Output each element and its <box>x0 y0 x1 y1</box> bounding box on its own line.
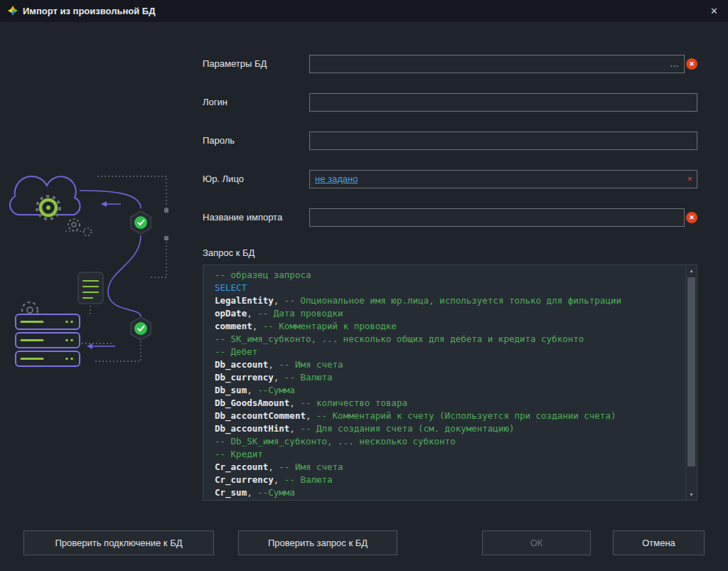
code-line: Db_accountComment, -- Комментарий к счет… <box>215 410 685 422</box>
code-line: -- Дебет <box>215 346 685 358</box>
legal-entity-label: Юр. Лицо <box>203 174 244 184</box>
import-name-field[interactable] <box>309 208 685 227</box>
query-label: Запрос к БД <box>203 247 255 258</box>
password-label: Пароль <box>203 135 235 146</box>
code-line: -- Кредит <box>215 448 685 461</box>
code-line: LegalEntity, -- Опциональное имя юр.лица… <box>215 294 685 307</box>
login-field[interactable] <box>309 93 697 112</box>
scroll-down-icon[interactable]: ▼ <box>686 489 697 500</box>
db-params-input[interactable] <box>310 55 684 73</box>
db-params-error-icon: ✕ <box>686 58 697 70</box>
password-input[interactable] <box>310 132 697 149</box>
code-line: Db_GoodsAmount, -- количество товара <box>215 397 685 410</box>
code-line: -- образец запроса <box>215 269 685 282</box>
code-line: Cr_account, -- Имя счета <box>215 461 685 474</box>
query-editor[interactable]: -- образец запросаSELECTLegalEntity, -- … <box>203 265 697 501</box>
code-line: Db_currency, -- Валюта <box>215 371 685 384</box>
check-query-button[interactable]: Проверить запрос к БД <box>238 530 397 555</box>
query-code[interactable]: -- образец запросаSELECTLegalEntity, -- … <box>203 265 685 499</box>
legal-entity-field[interactable]: не задано ✕ <box>309 170 697 188</box>
code-line: opDate, -- Дата проводки <box>215 307 685 320</box>
login-input[interactable] <box>310 94 697 111</box>
login-label: Логин <box>203 97 228 107</box>
db-params-label: Параметры БД <box>203 58 267 69</box>
import-name-error-icon: ✕ <box>686 212 697 223</box>
import-name-label: Название импорта <box>203 212 282 223</box>
close-icon[interactable]: ✕ <box>710 0 718 22</box>
legal-entity-clear-icon[interactable]: ✕ <box>687 171 692 188</box>
cancel-button[interactable]: Отмена <box>613 530 705 555</box>
legal-entity-link[interactable]: не задано <box>315 171 358 188</box>
scrollbar-thumb[interactable] <box>687 277 695 466</box>
code-line: comment, -- Комментарий к проводке <box>215 320 685 333</box>
titlebar: Импорт из произвольной БД ✕ <box>0 0 728 22</box>
app-icon <box>7 5 18 16</box>
db-import-illustration <box>1 171 193 378</box>
password-field[interactable] <box>309 132 697 150</box>
code-line: Cr_currency, -- Валюта <box>215 474 685 486</box>
code-line: Cr_sum, --Сумма <box>215 486 685 499</box>
code-line: -- Db_SK_имя_субконто, ... несколько суб… <box>215 435 685 448</box>
window-title: Импорт из произвольной БД <box>23 0 155 22</box>
code-line: Db_account, -- Имя счета <box>215 358 685 371</box>
check-connection-button[interactable]: Проверить подключение к БД <box>23 530 214 555</box>
scroll-up-icon[interactable]: ▲ <box>686 265 697 276</box>
db-params-field[interactable]: … <box>309 55 685 73</box>
code-line: Db_sum, --Сумма <box>215 384 685 397</box>
code-line: SELECT <box>215 282 685 294</box>
query-scrollbar[interactable]: ▲ ▼ <box>685 265 697 500</box>
browse-ellipsis-button[interactable]: … <box>670 55 680 73</box>
ok-button[interactable]: ОК <box>482 530 591 555</box>
code-line: Db_accountHint, -- Для создания счета (с… <box>215 422 685 435</box>
code-line: -- SK_имя_субконто, ... несколько общих … <box>215 333 685 346</box>
import-name-input[interactable] <box>310 209 684 226</box>
